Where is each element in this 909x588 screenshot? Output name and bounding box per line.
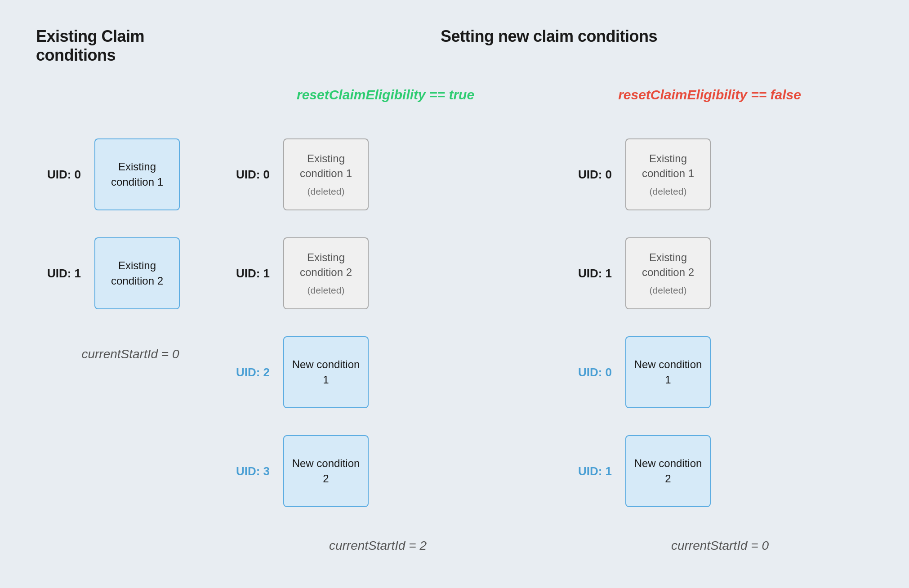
scenario-row-item: UID: 0Existing condition 1(deleted) (225, 129, 531, 219)
left-section-title-area: Existing Claim conditions (36, 27, 225, 65)
deleted-label: (deleted) (650, 284, 687, 297)
left-section-title: Existing Claim conditions (36, 27, 144, 64)
condition-label: Existing condition 1 (633, 151, 703, 181)
false-scenario-items: UID: 0Existing condition 1(deleted)UID: … (567, 129, 873, 525)
subtitle-false: resetClaimEligibility == false (618, 87, 801, 102)
uid-label: UID: 0 (567, 168, 612, 182)
left-row-item: UID: 0Existing condition 1 (36, 129, 225, 219)
right-subtitles: resetClaimEligibility == true resetClaim… (225, 87, 873, 102)
main-content: UID: 0Existing condition 1UID: 1Existing… (36, 129, 873, 553)
condition-label: Existing condition 2 (633, 250, 703, 280)
deleted-label: (deleted) (650, 185, 687, 198)
deleted-label: (deleted) (307, 185, 345, 198)
condition-box: Existing condition 2(deleted) (625, 237, 711, 309)
condition-box: Existing condition 2(deleted) (283, 237, 369, 309)
page: Existing Claim conditions Setting new cl… (0, 0, 909, 588)
condition-box: New condition 1 (625, 336, 711, 408)
uid-label: UID: 1 (567, 267, 612, 281)
right-section-title-area: Setting new claim conditions (225, 27, 873, 46)
condition-box: Existing condition 2 (94, 237, 180, 309)
subtitle-true: resetClaimEligibility == true (297, 87, 474, 102)
uid-label: UID: 3 (225, 464, 270, 478)
subtitle-left-spacer (36, 87, 225, 102)
right-section-title: Setting new claim conditions (441, 27, 657, 45)
true-scenario: UID: 0Existing condition 1(deleted)UID: … (225, 129, 531, 553)
condition-box: Existing condition 1(deleted) (625, 138, 711, 210)
condition-box: Existing condition 1(deleted) (283, 138, 369, 210)
uid-label: UID: 1 (225, 267, 270, 281)
uid-label: UID: 1 (36, 267, 81, 281)
left-column: UID: 0Existing condition 1UID: 1Existing… (36, 129, 225, 553)
condition-box: New condition 1 (283, 336, 369, 408)
condition-box: New condition 2 (625, 435, 711, 507)
scenario-row-item: UID: 1Existing condition 2(deleted) (567, 228, 873, 318)
right-columns: UID: 0Existing condition 1(deleted)UID: … (225, 129, 873, 553)
uid-label: UID: 1 (567, 464, 612, 478)
scenario-row-item: UID: 2New condition 1 (225, 327, 531, 417)
condition-box: Existing condition 1 (94, 138, 180, 210)
left-items: UID: 0Existing condition 1UID: 1Existing… (36, 129, 225, 327)
titles-row: Existing Claim conditions Setting new cl… (36, 27, 873, 65)
uid-label: UID: 2 (225, 365, 270, 379)
scenario-row-item: UID: 1Existing condition 2(deleted) (225, 228, 531, 318)
true-scenario-items: UID: 0Existing condition 1(deleted)UID: … (225, 129, 531, 525)
left-start-id-row: currentStartId = 0 (36, 336, 225, 372)
false-scenario: UID: 0Existing condition 1(deleted)UID: … (567, 129, 873, 553)
false-start-id: currentStartId = 0 (567, 539, 873, 553)
scenario-row-item: UID: 0New condition 1 (567, 327, 873, 417)
uid-label: UID: 0 (36, 168, 81, 182)
scenario-row-item: UID: 3New condition 2 (225, 426, 531, 516)
scenario-row-item: UID: 0Existing condition 1(deleted) (567, 129, 873, 219)
true-start-id: currentStartId = 2 (225, 539, 531, 553)
uid-label: UID: 0 (225, 168, 270, 182)
scenario-row-item: UID: 1New condition 2 (567, 426, 873, 516)
subtitles-row: resetClaimEligibility == true resetClaim… (36, 87, 873, 102)
left-row-item: UID: 1Existing condition 2 (36, 228, 225, 318)
left-start-id: currentStartId = 0 (36, 347, 225, 361)
deleted-label: (deleted) (307, 284, 345, 297)
uid-label: UID: 0 (567, 365, 612, 379)
condition-label: Existing condition 1 (291, 151, 361, 181)
condition-label: Existing condition 2 (291, 250, 361, 280)
condition-box: New condition 2 (283, 435, 369, 507)
